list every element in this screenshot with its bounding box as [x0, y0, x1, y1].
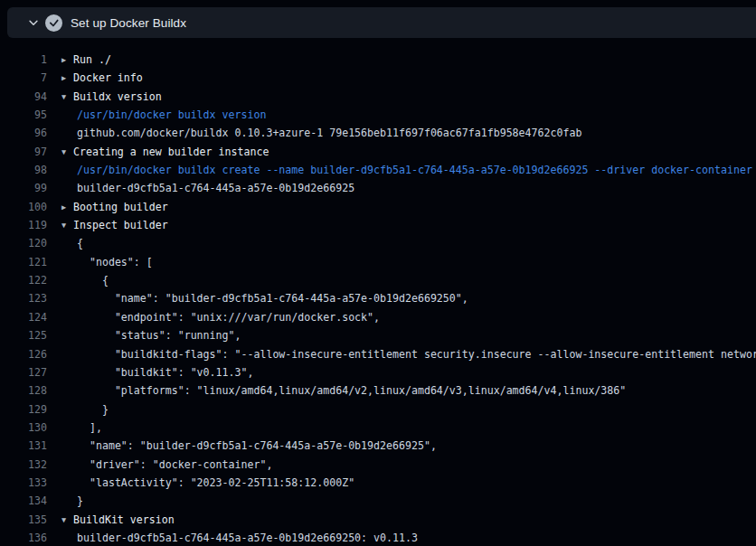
log-line: 131 "name": "builder-d9cfb5a1-c764-445a-… [0, 437, 756, 455]
log-text: "status": "running", [77, 326, 241, 344]
log-text: } [77, 400, 109, 419]
line-number[interactable]: 122 [0, 271, 47, 289]
log-group-row[interactable]: 97▼Creating a new builder instance [0, 143, 756, 161]
line-number[interactable]: 96 [0, 124, 47, 142]
group-title: Buildx version [73, 88, 162, 106]
line-number[interactable]: 97 [0, 143, 47, 161]
line-number[interactable]: 95 [0, 106, 47, 124]
log-text: { [77, 271, 109, 289]
log-line: 123 "name": "builder-d9cfb5a1-c764-445a-… [0, 289, 756, 307]
line-number[interactable]: 132 [0, 456, 47, 474]
line-number[interactable]: 99 [0, 179, 47, 197]
log-line: 124 "endpoint": "unix:///var/run/docker.… [0, 308, 756, 326]
line-number[interactable]: 135 [0, 511, 47, 529]
line-number[interactable]: 94 [0, 88, 47, 106]
line-number[interactable]: 136 [0, 529, 47, 546]
log-line: 96github.com/docker/buildx 0.10.3+azure-… [0, 124, 756, 142]
log-text: "endpoint": "unix:///var/run/docker.sock… [77, 308, 380, 326]
log-group-row[interactable]: 1▶Run ./ [0, 51, 756, 69]
line-number[interactable]: 129 [0, 400, 47, 419]
log-line: 128 "platforms": "linux/amd64,linux/amd6… [0, 381, 756, 400]
group-title: Run ./ [73, 51, 111, 69]
log-line: 136builder-d9cfb5a1-c764-445a-a57e-0b19d… [0, 529, 756, 546]
log-line: 99builder-d9cfb5a1-c764-445a-a57e-0b19d2… [0, 179, 756, 197]
log-group-row[interactable]: 94▼Buildx version [0, 88, 756, 106]
log-text: "name": "builder-d9cfb5a1-c764-445a-a57e… [77, 289, 468, 307]
log-line: 121 "nodes": [ [0, 253, 756, 271]
group-collapsed-icon[interactable]: ▶ [61, 69, 73, 87]
log-line: 95/usr/bin/docker buildx version [0, 106, 756, 124]
log-line: 122 { [0, 271, 756, 289]
log-line: 98/usr/bin/docker buildx create --name b… [0, 161, 756, 179]
line-number[interactable]: 131 [0, 437, 47, 455]
line-number[interactable]: 126 [0, 345, 47, 363]
log-text: builder-d9cfb5a1-c764-445a-a57e-0b19d2e6… [77, 179, 354, 197]
log-group-row[interactable]: 100▶Booting builder [0, 198, 756, 216]
group-expanded-icon[interactable]: ▼ [61, 143, 73, 161]
group-title: BuildKit version [73, 511, 175, 529]
log-group-row[interactable]: 135▼BuildKit version [0, 511, 756, 529]
log-group-row[interactable]: 119▼Inspect builder [0, 216, 756, 234]
log-group-row[interactable]: 7▶Docker info [0, 69, 756, 87]
line-number[interactable]: 123 [0, 289, 47, 307]
group-title: Creating a new builder instance [73, 143, 269, 161]
group-expanded-icon[interactable]: ▼ [61, 511, 73, 529]
line-number[interactable]: 120 [0, 234, 47, 252]
log-text: "name": "builder-d9cfb5a1-c764-445a-a57e… [77, 437, 437, 455]
log-line: 127 "buildkit": "v0.11.3", [0, 363, 756, 381]
log-line: 126 "buildkitd-flags": "--allow-insecure… [0, 345, 756, 363]
log-text: } [77, 492, 83, 510]
log-line: 125 "status": "running", [0, 326, 756, 344]
log-text: builder-d9cfb5a1-c764-445a-a57e-0b19d2e6… [77, 529, 418, 546]
line-number[interactable]: 98 [0, 161, 47, 179]
line-number[interactable]: 121 [0, 253, 47, 271]
line-number[interactable]: 133 [0, 474, 47, 492]
log-text: /usr/bin/docker buildx create --name bui… [77, 161, 752, 179]
line-number[interactable]: 128 [0, 381, 47, 400]
log-text: "platforms": "linux/amd64,linux/amd64/v2… [77, 381, 626, 400]
check-circle-glyph [45, 14, 62, 32]
step-title: Set up Docker Buildx [71, 16, 186, 30]
group-expanded-icon[interactable]: ▼ [61, 216, 73, 234]
log-text: { [77, 234, 83, 252]
line-number[interactable]: 1 [0, 51, 47, 69]
log-text: ], [77, 419, 102, 437]
log-line: 129 } [0, 400, 756, 419]
group-title: Inspect builder [73, 216, 168, 234]
log-text: "nodes": [ [77, 253, 153, 271]
log-text: /usr/bin/docker buildx version [77, 106, 266, 124]
log-text: "buildkit": "v0.11.3", [77, 363, 253, 381]
line-number[interactable]: 124 [0, 308, 47, 326]
line-number[interactable]: 130 [0, 419, 47, 437]
line-number[interactable]: 100 [0, 198, 47, 216]
log-line: 133 "lastActivity": "2023-02-25T11:58:12… [0, 474, 756, 492]
log-line: 130 ], [0, 419, 756, 437]
group-collapsed-icon[interactable]: ▶ [61, 198, 73, 216]
group-collapsed-icon[interactable]: ▶ [61, 51, 73, 69]
line-number[interactable]: 134 [0, 492, 47, 510]
log-line: 134} [0, 492, 756, 510]
group-expanded-icon[interactable]: ▼ [61, 88, 73, 106]
step-header[interactable]: Set up Docker Buildx [7, 7, 756, 38]
group-title: Booting builder [73, 198, 168, 216]
check-circle-icon [45, 14, 62, 32]
chevron-down-glyph [27, 16, 40, 29]
log-text: github.com/docker/buildx 0.10.3+azure-1 … [77, 124, 581, 142]
line-number[interactable]: 119 [0, 216, 47, 234]
line-number[interactable]: 127 [0, 363, 47, 381]
log-text: "buildkitd-flags": "--allow-insecure-ent… [77, 345, 756, 363]
log-line: 132 "driver": "docker-container", [0, 456, 756, 474]
log-text: "lastActivity": "2023-02-25T11:58:12.000… [77, 474, 354, 492]
line-number[interactable]: 125 [0, 326, 47, 344]
chevron-down-icon[interactable] [27, 16, 40, 29]
log-view: 1▶Run ./7▶Docker info94▼Buildx version95… [0, 38, 756, 546]
log-text: "driver": "docker-container", [77, 456, 272, 474]
line-number[interactable]: 7 [0, 69, 47, 87]
log-line: 120{ [0, 234, 756, 252]
group-title: Docker info [73, 69, 143, 87]
